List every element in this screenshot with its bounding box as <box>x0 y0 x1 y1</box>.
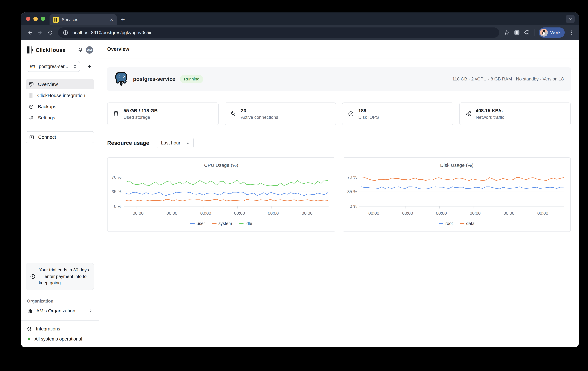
bookmark-star-icon[interactable] <box>504 30 510 35</box>
svg-text:00:00: 00:00 <box>268 211 279 216</box>
connect-icon <box>29 134 34 140</box>
resource-usage-title: Resource usage <box>107 140 149 146</box>
sidebar-item-label: Backups <box>38 104 56 109</box>
stat-label: Disk IOPS <box>358 115 379 120</box>
resource-usage-header: Resource usage Last hour <box>107 138 571 148</box>
connect-label: Connect <box>38 134 56 140</box>
reload-button[interactable] <box>46 28 55 37</box>
zoom-window-button[interactable] <box>41 17 45 21</box>
profile-avatar <box>540 29 548 37</box>
trial-notice-text: Your trial ends in 30 days — enter payme… <box>39 267 90 286</box>
svg-text:00:00: 00:00 <box>537 211 548 216</box>
app-root: ClickHouse AM aws postgres-ser... <box>21 40 579 347</box>
sidebar: ClickHouse AM aws postgres-ser... <box>21 40 99 347</box>
chart-plot: 0 %35 %70 %00:0000:0000:0000:0000:0000:0… <box>110 170 333 218</box>
organization-section-label: Organization <box>26 299 94 304</box>
chevron-down-icon <box>568 17 572 21</box>
legend-swatch <box>190 223 195 224</box>
stat-value: 55 GB / 118 GB <box>124 108 158 113</box>
chart-legend: rootdata <box>346 221 568 226</box>
extensions-puzzle-icon[interactable] <box>524 30 530 35</box>
connect-button[interactable]: Connect <box>26 131 94 143</box>
tab-services[interactable]: Services × <box>50 14 117 25</box>
legend-swatch <box>439 223 443 224</box>
svg-text:0 %: 0 % <box>114 204 122 209</box>
brand-name: ClickHouse <box>36 47 65 53</box>
close-tab-icon[interactable]: × <box>109 17 114 22</box>
service-select[interactable]: aws postgres-ser... <box>27 61 80 72</box>
forward-button[interactable] <box>36 28 45 37</box>
svg-text:70 %: 70 % <box>112 175 122 180</box>
new-tab-button[interactable]: + <box>121 16 125 23</box>
database-icon <box>113 111 119 117</box>
browser-toolbar: localhost:8910/postgres/pgkybgnv0s5ii Wo… <box>21 25 579 40</box>
profile-button[interactable]: Work <box>539 28 565 38</box>
minimize-window-button[interactable] <box>33 17 38 21</box>
user-avatar[interactable]: AM <box>86 46 93 54</box>
cpu-usage-chart: CPU Usage (%) 0 %35 %70 %00:0000:0000:00… <box>107 157 335 232</box>
service-specs: 118 GB · 2 vCPU · 8 GB RAM · No standby … <box>452 76 564 81</box>
legend-item: user <box>190 221 205 226</box>
stat-card-active-connections: 23 Active connections <box>225 102 336 125</box>
status-text: All systems operational <box>34 336 82 342</box>
sidebar-item-clickhouse-integration[interactable]: ClickHouse integration <box>26 90 94 100</box>
sidebar-item-label: ClickHouse integration <box>37 93 85 98</box>
notifications-bell-icon[interactable] <box>77 47 83 53</box>
tab-strip: Services × + <box>21 12 579 25</box>
stats-row: 55 GB / 118 GB Used storage 23 Active co… <box>107 102 571 125</box>
integrations-puzzle-icon <box>27 326 32 331</box>
aws-logo: aws <box>30 64 36 69</box>
time-range-value: Last hour <box>161 140 181 146</box>
svg-text:00:00: 00:00 <box>200 211 211 216</box>
disk-usage-chart: Disk Usage (%) 0 %35 %70 %00:0000:0000:0… <box>343 157 571 232</box>
backup-history-icon <box>29 104 34 109</box>
url-bar[interactable]: localhost:8910/postgres/pgkybgnv0s5ii <box>58 28 499 38</box>
browser-menu-icon[interactable] <box>569 30 574 35</box>
selected-service-name: postgres-ser... <box>39 64 71 69</box>
network-icon <box>465 111 471 117</box>
tab-search-button[interactable] <box>566 15 575 23</box>
trial-notice-card: Your trial ends in 30 days — enter payme… <box>26 263 94 290</box>
password-manager-shield-icon[interactable] <box>514 29 520 36</box>
brand-row: ClickHouse AM <box>26 46 94 54</box>
stat-card-disk-iops: 188 Disk IOPS <box>342 102 453 125</box>
sidebar-item-backups[interactable]: Backups <box>26 101 94 112</box>
tab-title: Services <box>62 17 106 22</box>
svg-text:00:00: 00:00 <box>302 211 313 216</box>
select-updown-icon <box>73 64 77 69</box>
plug-icon <box>231 111 236 117</box>
legend-swatch <box>212 223 217 224</box>
profile-label: Work <box>550 30 560 35</box>
chart-title: Disk Usage (%) <box>346 162 568 168</box>
organization-row[interactable]: AM's Organization <box>26 308 94 313</box>
organization-name: AM's Organization <box>36 308 85 313</box>
sidebar-divider <box>21 320 99 321</box>
page-title: Overview <box>107 46 129 52</box>
legend-item: root <box>439 221 453 226</box>
stat-card-used-storage: 55 GB / 118 GB Used storage <box>107 102 219 125</box>
svg-text:35 %: 35 % <box>347 189 357 194</box>
time-range-select[interactable]: Last hour <box>157 138 194 148</box>
trial-clock-icon <box>30 274 36 279</box>
gauge-icon <box>348 111 354 117</box>
clickhouse-bars-icon <box>29 93 33 98</box>
back-button[interactable] <box>25 28 34 37</box>
status-badge: Running <box>180 75 203 83</box>
svg-text:00:00: 00:00 <box>402 211 413 216</box>
charts-row: CPU Usage (%) 0 %35 %70 %00:0000:0000:00… <box>107 157 571 232</box>
url-text: localhost:8910/postgres/pgkybgnv0s5ii <box>71 30 151 35</box>
close-window-button[interactable] <box>26 17 30 21</box>
status-dot-icon <box>28 338 30 340</box>
site-info-icon[interactable] <box>63 30 68 35</box>
svg-text:00:00: 00:00 <box>234 211 245 216</box>
add-service-button[interactable]: + <box>86 63 93 70</box>
main-area: Overview <box>99 40 579 347</box>
overview-board-icon <box>29 81 34 87</box>
integrations-link[interactable]: Integrations <box>26 326 94 331</box>
system-status-row[interactable]: All systems operational <box>26 336 94 342</box>
service-selector-row: aws postgres-ser... + <box>26 61 94 72</box>
sidebar-item-settings[interactable]: Settings <box>26 113 94 123</box>
sidebar-nav: Overview ClickHouse integration Backups <box>26 79 94 123</box>
browser-window: Services × + localhost:8910/postgres/pgk… <box>21 12 579 347</box>
sidebar-item-overview[interactable]: Overview <box>26 79 94 90</box>
